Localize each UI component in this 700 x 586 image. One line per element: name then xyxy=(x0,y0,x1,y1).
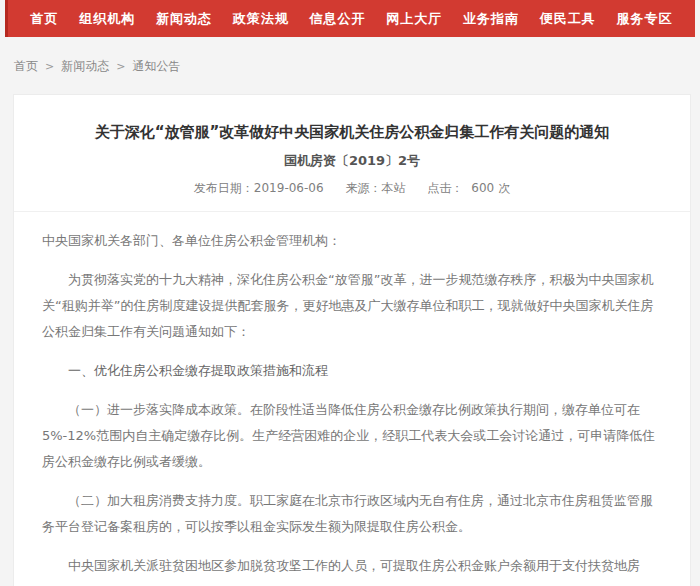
nav-item-4[interactable]: 政策法规 xyxy=(233,10,289,28)
breadcrumb-item-2[interactable]: 新闻动态 xyxy=(61,59,109,73)
breadcrumb-item-3: 通知公告 xyxy=(132,59,180,73)
nav-item-6[interactable]: 网上大厅 xyxy=(386,10,442,28)
breadcrumb-separator: > xyxy=(45,60,54,73)
publish-date-label: 发布日期： xyxy=(194,181,254,195)
hit-count-value: 600 xyxy=(471,181,494,195)
top-nav: 首页组织机构新闻动态政策法规信息公开网上大厅业务指南便民工具服务专区 xyxy=(5,0,695,37)
article-meta: 发布日期：2019-06-06 来源：本站 点击：600次 xyxy=(44,180,660,211)
source-label: 来源： xyxy=(345,181,381,195)
article-paragraph-2: 为贯彻落实党的十九大精神，深化住房公积金“放管服”改革，进一步规范缴存秩序，积极… xyxy=(42,267,662,345)
nav-item-7[interactable]: 业务指南 xyxy=(463,10,519,28)
page-title: 关于深化“放管服”改革做好中央国家机关住房公积金归集工作有关问题的通知 xyxy=(44,121,660,143)
article-card: 关于深化“放管服”改革做好中央国家机关住房公积金归集工作有关问题的通知 国机房资… xyxy=(13,94,691,586)
hit-count: 点击：600次 xyxy=(427,181,510,195)
article-salutation: 中央国家机关各部门、各单位住房公积金管理机构： xyxy=(42,228,662,254)
nav-item-8[interactable]: 便民工具 xyxy=(540,10,596,28)
nav-item-5[interactable]: 信息公开 xyxy=(309,10,365,28)
article-header: 关于深化“放管服”改革做好中央国家机关住房公积金归集工作有关问题的通知 国机房资… xyxy=(14,95,690,212)
article-body: 中央国家机关各部门、各单位住房公积金管理机构：为贯彻落实党的十九大精神，深化住房… xyxy=(14,212,690,586)
article-paragraph-6: 中央国家机关派驻贫困地区参加脱贫攻坚工作的人员，可提取住房公积金账户余额用于支付… xyxy=(42,553,662,586)
nav-item-2[interactable]: 组织机构 xyxy=(79,10,135,28)
nav-item-9[interactable]: 服务专区 xyxy=(617,10,673,28)
hit-count-unit: 次 xyxy=(498,181,510,195)
article-section-heading: 一、优化住房公积金缴存提取政策措施和流程 xyxy=(42,358,662,384)
nav-item-1[interactable]: 首页 xyxy=(30,10,58,28)
article-paragraph-5: （二）加大租房消费支持力度。职工家庭在北京市行政区域内无自有住房，通过北京市住房… xyxy=(42,488,662,540)
source: 来源：本站 xyxy=(345,181,405,195)
breadcrumb-item-1[interactable]: 首页 xyxy=(14,59,38,73)
publish-date: 发布日期：2019-06-06 xyxy=(194,181,324,195)
breadcrumb-separator: > xyxy=(116,60,125,73)
breadcrumb: 首页>新闻动态>通知公告 xyxy=(0,37,700,94)
hit-count-label: 点击： xyxy=(427,181,463,195)
nav-item-3[interactable]: 新闻动态 xyxy=(156,10,212,28)
source-value: 本站 xyxy=(381,181,405,195)
publish-date-value: 2019-06-06 xyxy=(254,181,324,195)
document-number: 国机房资〔2019〕2号 xyxy=(44,152,660,170)
article-paragraph-4: （一）进一步落实降成本政策。在阶段性适当降低住房公积金缴存比例政策执行期间，缴存… xyxy=(42,397,662,475)
